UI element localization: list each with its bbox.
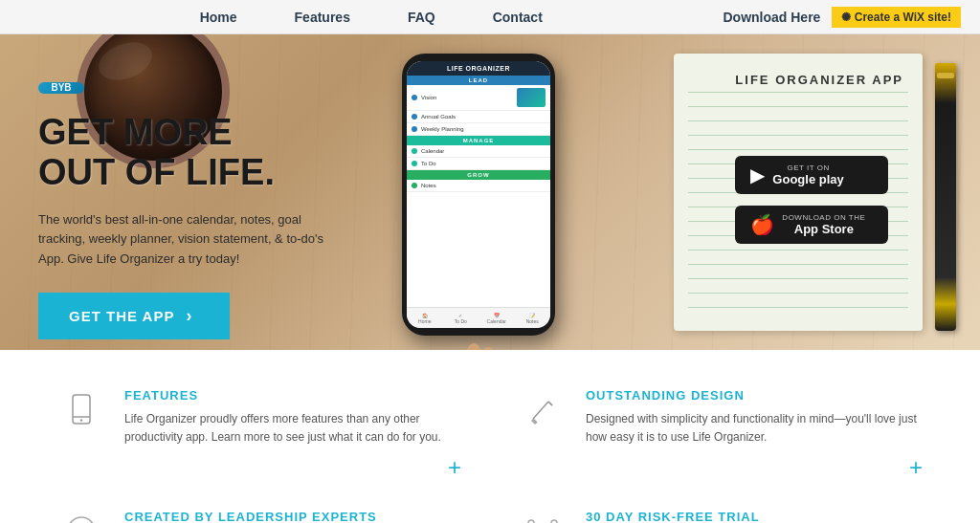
hero-description: The world's best all-in-one calendar, no… bbox=[38, 210, 335, 270]
phone-screen-header: LIFE ORGANIZER bbox=[407, 61, 550, 76]
pen-decoration bbox=[935, 63, 956, 331]
hand-illustration bbox=[421, 312, 536, 350]
app-store-button[interactable]: 🍎 Download on the App Store bbox=[735, 206, 888, 244]
svg-point-2 bbox=[464, 343, 483, 350]
svg-line-12 bbox=[548, 402, 552, 405]
phone-grow-section: GROW bbox=[407, 170, 550, 180]
nav-download[interactable]: Download Here bbox=[723, 10, 820, 25]
network-icon bbox=[523, 513, 562, 523]
app-label: LIFE ORGANIZER APP bbox=[735, 73, 903, 87]
features-section: FEATURES Life Organizer proudly offers m… bbox=[0, 350, 980, 523]
nav-faq[interactable]: FAQ bbox=[408, 10, 435, 25]
leadership-icon-wrap: #1 bbox=[57, 510, 105, 523]
pencil-icon bbox=[525, 392, 560, 426]
feature-desc-features: Life Organizer proudly offers more featu… bbox=[124, 410, 461, 447]
feature-title-features: FEATURES bbox=[124, 388, 461, 403]
svg-point-14 bbox=[68, 517, 95, 523]
feature-item-design: OUTSTANDING DESIGN Designed with simplic… bbox=[519, 388, 923, 481]
navigation: Home Features FAQ Contact Download Here … bbox=[0, 0, 980, 34]
phone-mockup: LIFE ORGANIZER LEAD Vision Annual Goals … bbox=[402, 54, 555, 340]
design-icon-wrap bbox=[519, 388, 567, 426]
feature-item-leadership: #1 CREATED BY LEADERSHIP EXPERTS Becomin… bbox=[57, 510, 461, 523]
svg-point-3 bbox=[479, 347, 497, 350]
feature-content-design: OUTSTANDING DESIGN Designed with simplic… bbox=[586, 388, 923, 447]
app-store-text: Download on the App Store bbox=[782, 213, 865, 236]
phone-vision-item: Vision bbox=[407, 85, 550, 111]
phone-lead-section: LEAD bbox=[407, 76, 550, 85]
hero-content: BYB GET MORE OUT OF LIFE. The world's be… bbox=[0, 34, 459, 350]
nav-contact[interactable]: Contact bbox=[493, 10, 543, 25]
phone-manage-section: MANAGE bbox=[407, 136, 550, 145]
wix-create-button[interactable]: ✺ Create a WiX site! bbox=[832, 7, 961, 28]
phone-calendar-item: Calendar bbox=[407, 145, 550, 158]
feature-title-trial: 30 DAY RISK-FREE TRIAL bbox=[586, 510, 923, 523]
features-icon-wrap bbox=[57, 388, 105, 426]
feature-content-features: FEATURES Life Organizer proudly offers m… bbox=[124, 388, 461, 447]
feature-content-trial: 30 DAY RISK-FREE TRIAL All new users can… bbox=[586, 510, 923, 523]
feature-item-features: FEATURES Life Organizer proudly offers m… bbox=[57, 388, 461, 481]
hero-right-panel: LIFE ORGANIZER APP ▶ GET IT ON Google pl… bbox=[735, 73, 903, 244]
feature-content-leadership: CREATED BY LEADERSHIP EXPERTS Becoming Y… bbox=[124, 510, 461, 523]
apple-icon: 🍎 bbox=[750, 213, 774, 236]
google-play-text: GET IT ON Google play bbox=[772, 163, 843, 186]
svg-point-8 bbox=[80, 419, 82, 421]
hero-title: GET MORE OUT OF LIFE. bbox=[38, 113, 459, 193]
award-icon: #1 bbox=[62, 513, 100, 523]
nav-home[interactable]: Home bbox=[200, 10, 237, 25]
phone-todo-item: To Do bbox=[407, 158, 550, 170]
features-grid: FEATURES Life Organizer proudly offers m… bbox=[57, 388, 923, 523]
feature-plus-design[interactable]: + bbox=[519, 454, 923, 481]
phone-notes-item: Notes bbox=[407, 180, 550, 192]
trial-icon-wrap bbox=[519, 510, 567, 523]
phone-planning-item: Weekly Planning bbox=[407, 123, 550, 136]
phone-icon bbox=[64, 392, 99, 426]
get-app-label: GET THE APP bbox=[69, 308, 174, 324]
svg-line-9 bbox=[533, 402, 548, 419]
phone-goals-item: Annual Goals bbox=[407, 111, 550, 123]
nav-features[interactable]: Features bbox=[295, 10, 350, 25]
hero-section: BYB GET MORE OUT OF LIFE. The world's be… bbox=[0, 34, 980, 350]
feature-title-leadership: CREATED BY LEADERSHIP EXPERTS bbox=[124, 510, 461, 523]
feature-desc-design: Designed with simplicity and functionali… bbox=[586, 410, 923, 447]
feature-item-trial: 30 DAY RISK-FREE TRIAL All new users can… bbox=[519, 510, 923, 523]
feature-title-design: OUTSTANDING DESIGN bbox=[586, 388, 923, 403]
feature-plus-features[interactable]: + bbox=[57, 454, 461, 481]
get-app-button[interactable]: GET THE APP › bbox=[38, 293, 230, 339]
google-play-icon: ▶ bbox=[750, 163, 765, 186]
logo: BYB bbox=[38, 82, 84, 94]
get-app-arrow: › bbox=[186, 306, 192, 326]
google-play-button[interactable]: ▶ GET IT ON Google play bbox=[735, 156, 888, 194]
nav-links: Home Features FAQ Contact bbox=[19, 10, 723, 25]
